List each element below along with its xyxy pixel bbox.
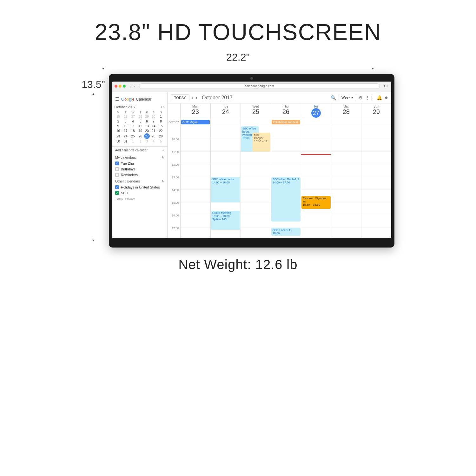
allday-col-fri[interactable]	[301, 119, 331, 126]
allday-col-sat[interactable]	[331, 119, 361, 126]
allday-event-miguel[interactable]: OUT: Miguel	[181, 120, 210, 124]
other-calendars-toggle[interactable]: ∧	[162, 179, 164, 183]
add-tab-icon[interactable]: +	[387, 84, 389, 88]
allday-col-sun[interactable]	[361, 119, 391, 126]
dim-arrow-up	[92, 90, 95, 96]
dot-red[interactable]	[115, 85, 117, 88]
account-icon[interactable]: ●	[385, 94, 388, 101]
day-col-fri[interactable]: Fri 27	[301, 103, 331, 119]
my-calendars-section: My calendars ∧	[112, 154, 167, 161]
dim-arrow-left	[102, 65, 105, 71]
vline	[93, 96, 93, 237]
monitor: ‹ › calendar.google.com ⬆ + ☰	[109, 74, 394, 248]
mini-cal-month: October 2017	[115, 105, 136, 109]
allday-col-tue[interactable]	[210, 119, 241, 126]
event-tue-group-meeting[interactable]: Group Meeting16:30 – 18:00Spilker 145	[211, 211, 240, 230]
grid-col-tue[interactable]: SBO office hours14:00 – 16:00 Group Meet…	[210, 126, 241, 238]
cal-checkbox-sbo[interactable]: ✓	[115, 191, 119, 195]
grid-col-wed[interactable]: SBO office hours (virtual)10:00 – 12 Min…	[241, 126, 271, 238]
mini-cal-grid: MTWTFSS 2526272829301 2345678 9101112131…	[115, 110, 165, 144]
other-calendars-section: Other calendars ∧	[112, 178, 167, 184]
current-time-line	[301, 154, 331, 155]
week-header-row: Mon 23 Tue 24 Wed 25	[168, 103, 391, 119]
dot-green[interactable]	[123, 85, 126, 88]
day-col-sat[interactable]: Sat 28	[331, 103, 361, 119]
sidebar-cal-reminders[interactable]: Reminders	[112, 172, 167, 178]
event-tue-sbo-office[interactable]: SBO office hours14:00 – 16:00	[211, 177, 240, 202]
gcal-app: ☰ Google Calendar October 2017 ‹ ›	[112, 92, 391, 238]
allday-col-wed[interactable]	[241, 119, 271, 126]
mini-cal-next[interactable]: ›	[163, 105, 165, 109]
dim-horizontal-label: 22.2"	[226, 51, 250, 63]
net-weight: Net Weight: 12.6 lb	[178, 257, 297, 272]
gcal-toolbar: TODAY ‹ › October 2017 🔍 Week ▾ ⚙ ⋮⋮ 🔔 ●	[168, 92, 391, 103]
gcal-footer: Terms · Privacy	[112, 196, 167, 202]
day-col-thu[interactable]: Thu 26	[271, 103, 301, 119]
allday-col-thu[interactable]: Polish fiber and test	[271, 119, 301, 126]
dim-arrow-down	[92, 237, 95, 243]
hamburger-icon[interactable]: ☰	[115, 96, 119, 102]
url-bar[interactable]: calendar.google.com	[139, 83, 380, 89]
page-title: 23.8" HD TOUCHSCREEN	[95, 19, 381, 45]
search-icon[interactable]: 🔍	[331, 95, 336, 100]
sidebar-cal-holidays[interactable]: ✓ Holidays in United States	[112, 184, 167, 190]
grid-col-mon[interactable]: embryo research meeting19:00 – 21:00Bowd…	[180, 126, 210, 238]
cal-checkbox-reminders[interactable]	[115, 173, 119, 177]
event-thu-sbo-rachel[interactable]: SBO offie | Rachel, 114:00 – 17:30	[271, 177, 301, 221]
cal-checkbox-yuezhu[interactable]: ✓	[115, 162, 119, 165]
gcal-header: ☰ Google Calendar	[112, 95, 167, 103]
mini-calendar: October 2017 ‹ › MTWTFSS 2526272829	[112, 103, 167, 145]
prev-week-button[interactable]: ‹	[192, 95, 194, 100]
monitor-camera	[250, 77, 253, 80]
notifications-icon[interactable]: 🔔	[377, 95, 382, 100]
next-week-button[interactable]: ›	[196, 95, 197, 100]
event-fri-ravneet[interactable]: Ravneet: Olympus int15:30 – 16:30	[301, 196, 331, 209]
day-col-mon[interactable]: Mon 23	[180, 103, 210, 119]
share-icon[interactable]: ⬆	[383, 84, 386, 88]
allday-event-polish[interactable]: Polish fiber and test	[272, 120, 300, 124]
apps-icon[interactable]: ⋮⋮	[365, 95, 374, 100]
gcal-week: Mon 23 Tue 24 Wed 25	[168, 103, 391, 238]
grid-col-fri[interactable]: Ravneet: Olympus int15:30 – 16:30	[301, 126, 331, 238]
gcal-main: TODAY ‹ › October 2017 🔍 Week ▾ ⚙ ⋮⋮ 🔔 ●	[168, 92, 391, 238]
mini-cal-prev[interactable]: ‹	[161, 105, 162, 109]
sidebar-cal-birthdays[interactable]: Birthdays	[112, 166, 167, 172]
dim-vertical-wrapper: 13.5"	[82, 77, 105, 245]
today-button[interactable]: TODAY	[171, 94, 189, 101]
back-button[interactable]: ‹	[129, 84, 132, 89]
cal-checkbox-holidays[interactable]: ✓	[115, 185, 119, 189]
dim-horizontal-line	[105, 68, 371, 68]
cal-checkbox-birthdays[interactable]	[115, 167, 119, 171]
week-grid: 10:00 11:00 12:00 13:00 14:00 15:00 16:0…	[168, 126, 391, 238]
grid-col-sun[interactable]: +	[361, 126, 391, 238]
day-col-wed[interactable]: Wed 25	[241, 103, 271, 119]
monitor-section: 13.5" ‹ ›	[82, 74, 394, 248]
my-calendars-toggle[interactable]: ∧	[162, 155, 164, 159]
dot-yellow[interactable]	[119, 85, 122, 88]
toolbar-right: 🔍 Week ▾ ⚙ ⋮⋮ 🔔 ●	[331, 94, 388, 101]
sidebar-cal-yuezhu[interactable]: ✓ Yue Zhu	[112, 161, 167, 166]
event-thu-sbo-lab[interactable]: SBO LAB CLE, 18:00	[271, 228, 301, 236]
day-col-tue[interactable]: Tue 24	[210, 103, 241, 119]
add-icon: +	[162, 149, 164, 152]
event-wed-mini-cooper[interactable]: Mini Cooper10:30 – 12	[253, 133, 270, 152]
sidebar-cal-sbo[interactable]: ✓ SBO	[112, 190, 167, 196]
day-col-sun[interactable]: Sun 29	[361, 103, 391, 119]
gmt-label: GMT-07	[168, 119, 180, 126]
forward-button[interactable]: ›	[133, 84, 136, 89]
time-labels: 10:00 11:00 12:00 13:00 14:00 15:00 16:0…	[168, 126, 180, 238]
add-friend-calendar[interactable]: Add a friend's calendar +	[112, 146, 167, 154]
view-dropdown[interactable]: Week ▾	[339, 94, 356, 101]
gcal-sidebar: ☰ Google Calendar October 2017 ‹ ›	[112, 92, 168, 238]
browser-actions: ⬆ +	[383, 84, 389, 88]
settings-icon[interactable]: ⚙	[359, 95, 363, 100]
week-grid-scroll[interactable]: 10:00 11:00 12:00 13:00 14:00 15:00 16:0…	[168, 126, 391, 238]
allday-col-mon[interactable]: OUT: Miguel	[180, 119, 210, 126]
grid-col-thu[interactable]: SBO offie | Rachel, 114:00 – 17:30 SBO L…	[271, 126, 301, 238]
dim-vertical-line	[92, 90, 95, 243]
time-col-header	[168, 103, 180, 119]
grid-col-sat[interactable]	[331, 126, 361, 238]
browser-chrome: ‹ › calendar.google.com ⬆ +	[112, 82, 391, 92]
browser-dots	[115, 85, 126, 88]
month-title: October 2017	[202, 95, 233, 101]
